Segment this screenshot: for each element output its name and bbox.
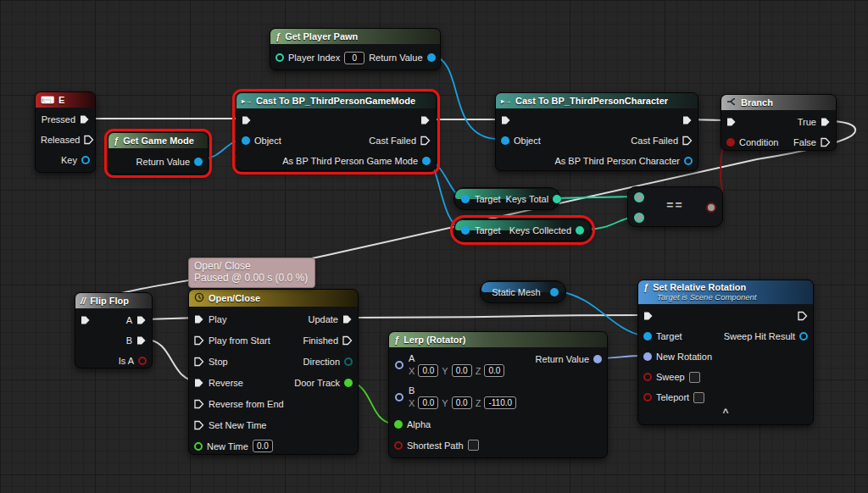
reverse-from-end-pin[interactable] xyxy=(194,399,204,409)
pin-label: Player Index xyxy=(288,53,340,63)
pin-label: Target xyxy=(475,225,501,235)
node-header: ▸→ Cast To BP_ThirdPersonGameMode xyxy=(236,93,436,108)
as-gamemode-pin[interactable] xyxy=(422,157,431,165)
player-index-pin[interactable] xyxy=(275,53,284,62)
player-index-value[interactable]: 0 xyxy=(344,52,364,64)
target-pin[interactable] xyxy=(461,195,470,203)
exec-in-pin[interactable] xyxy=(81,315,91,325)
direction-pin[interactable] xyxy=(344,357,353,366)
function-icon: ƒ xyxy=(394,335,399,345)
true-pin[interactable] xyxy=(821,117,831,127)
branch-icon xyxy=(726,97,737,108)
lerp-b-y-value[interactable]: 0.0 xyxy=(452,396,472,409)
exec-in-pin[interactable] xyxy=(242,115,252,125)
node-timeline-open-close[interactable]: Open/Close Play Update Play from Start F… xyxy=(188,289,359,455)
play-from-start-pin[interactable] xyxy=(194,335,204,346)
pin-label: Finished xyxy=(303,335,338,346)
finished-pin[interactable] xyxy=(342,335,353,346)
wire-staticmesh-to-target xyxy=(559,291,642,335)
a-pin[interactable] xyxy=(136,315,147,325)
keys-total-pin[interactable] xyxy=(553,195,561,203)
pin-label: New Time xyxy=(207,441,248,451)
exec-out-pin[interactable] xyxy=(798,311,808,321)
pin-label: Cast Failed xyxy=(369,136,416,146)
false-pin[interactable] xyxy=(821,137,831,147)
exec-pin-pressed[interactable] xyxy=(80,114,90,125)
lerp-b-z-value[interactable]: -110.0 xyxy=(484,396,516,409)
node-get-keys-total[interactable]: Target Keys Total xyxy=(453,187,560,210)
node-cast-character[interactable]: ▸→ Cast To BP_ThirdPersonCharacter Objec… xyxy=(495,92,698,171)
pin-label: Object xyxy=(254,136,281,146)
sweep-pin[interactable] xyxy=(643,373,652,381)
target-pin[interactable] xyxy=(643,332,652,341)
new-time-pin[interactable] xyxy=(194,442,203,451)
node-key-event-e[interactable]: ⌨ E Pressed Released Key xyxy=(35,91,96,173)
node-branch[interactable]: Branch True Condition False xyxy=(721,94,837,151)
function-icon: ƒ xyxy=(643,282,648,292)
set-new-time-pin[interactable] xyxy=(194,420,204,430)
play-pin[interactable] xyxy=(194,314,204,324)
collapse-chevron[interactable]: ^ xyxy=(638,407,813,421)
shortest-path-checkbox[interactable] xyxy=(468,440,479,451)
shortest-path-pin[interactable] xyxy=(394,441,403,450)
node-set-relative-rotation[interactable]: ƒ Set Relative Rotation Target is Scene … xyxy=(637,280,814,425)
exec-out-pin[interactable] xyxy=(420,115,431,125)
lerp-a-x-value[interactable]: 0.0 xyxy=(418,364,438,377)
keys-collected-pin[interactable] xyxy=(576,226,584,235)
axis-label: Y xyxy=(442,398,448,408)
target-pin[interactable] xyxy=(461,226,470,235)
static-mesh-pin[interactable] xyxy=(550,288,559,296)
b-pin[interactable] xyxy=(136,335,147,346)
exec-in-pin[interactable] xyxy=(643,311,654,321)
node-get-static-mesh[interactable]: Static Mesh xyxy=(480,280,566,303)
lerp-b-pin[interactable] xyxy=(395,393,403,402)
exec-in-pin[interactable] xyxy=(501,115,511,125)
exec-pin-released[interactable] xyxy=(84,135,94,145)
node-equals[interactable]: == xyxy=(627,186,723,227)
node-lerp-rotator[interactable]: ƒ Lerp (Rotator) Return Value A X 0.0 Y … xyxy=(388,331,608,458)
equals-input-b-pin[interactable] xyxy=(634,213,644,223)
new-time-value[interactable]: 0.0 xyxy=(253,440,273,452)
door-track-pin[interactable] xyxy=(344,379,353,387)
exec-in-pin[interactable] xyxy=(726,117,737,127)
object-pin[interactable] xyxy=(501,136,509,145)
sweep-checkbox[interactable] xyxy=(689,372,700,383)
object-pin[interactable] xyxy=(242,136,250,145)
condition-pin[interactable] xyxy=(726,138,735,147)
cast-failed-pin[interactable] xyxy=(420,136,431,146)
return-value-pin[interactable] xyxy=(194,158,203,166)
teleport-checkbox[interactable] xyxy=(693,392,704,403)
pin-label: Direction xyxy=(303,357,340,367)
return-value-pin[interactable] xyxy=(593,355,602,363)
stop-pin[interactable] xyxy=(194,357,204,367)
cast-failed-pin[interactable] xyxy=(682,136,693,146)
node-get-game-mode[interactable]: ƒ Get Game Mode Return Value xyxy=(108,132,209,174)
blueprint-canvas[interactable]: ƒ Get Player Pawn Player Index 0 Return … xyxy=(0,0,868,493)
exec-out-pin[interactable] xyxy=(682,115,693,125)
lerp-b-x-value[interactable]: 0.0 xyxy=(418,396,438,409)
pin-label: New Rotation xyxy=(656,352,712,362)
lerp-a-pin[interactable] xyxy=(395,361,403,369)
key-pin[interactable] xyxy=(81,156,90,164)
node-get-keys-collected[interactable]: Target Keys Collected xyxy=(453,219,592,241)
axis-label: Z xyxy=(476,366,481,376)
lerp-a-z-value[interactable]: 0.0 xyxy=(484,364,504,377)
node-cast-gamemode[interactable]: ▸→ Cast To BP_ThirdPersonGameMode Object… xyxy=(236,92,437,171)
is-a-pin[interactable] xyxy=(138,357,147,365)
alpha-pin[interactable] xyxy=(394,420,403,429)
node-subtitle: Target is Scene Component xyxy=(643,292,806,302)
as-character-pin[interactable] xyxy=(684,157,693,165)
pin-label: Set New Time xyxy=(209,420,266,430)
return-value-pin[interactable] xyxy=(427,53,436,62)
new-rotation-pin[interactable] xyxy=(643,352,652,361)
flip-flop-icon: // xyxy=(81,296,86,306)
node-flip-flop[interactable]: // Flip Flop A B Is A xyxy=(75,292,153,368)
equals-result-pin[interactable] xyxy=(706,202,716,213)
sweep-hit-result-pin[interactable] xyxy=(799,332,808,341)
reverse-pin[interactable] xyxy=(194,378,204,388)
lerp-a-y-value[interactable]: 0.0 xyxy=(452,364,472,377)
pin-label: Alpha xyxy=(407,419,431,429)
node-get-player-pawn[interactable]: ƒ Get Player Pawn Player Index 0 Return … xyxy=(270,28,441,70)
update-pin[interactable] xyxy=(342,314,353,324)
teleport-pin[interactable] xyxy=(643,393,652,402)
